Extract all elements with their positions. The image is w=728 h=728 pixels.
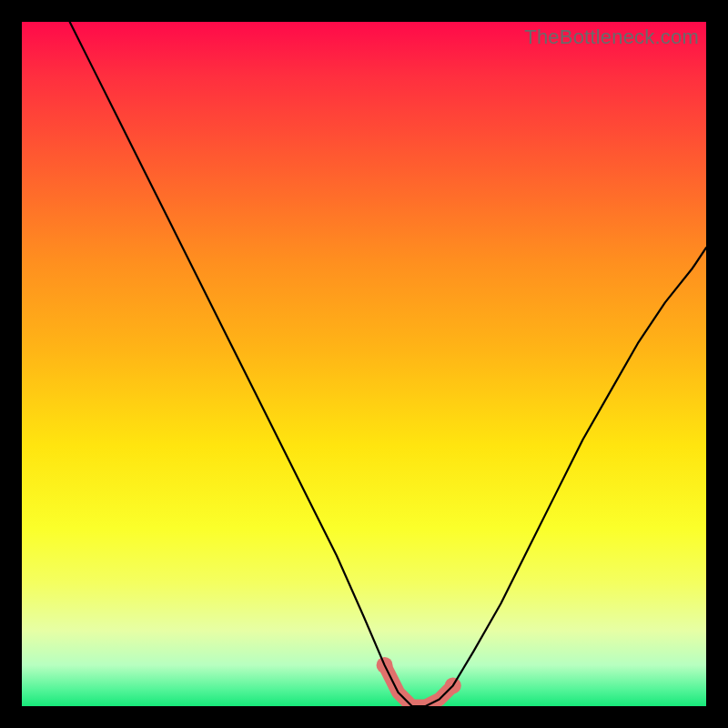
chart-frame: TheBottleneck.com	[0, 0, 728, 728]
plot-area: TheBottleneck.com	[22, 22, 706, 706]
curve-layer	[22, 22, 706, 706]
bottleneck-curve	[70, 22, 706, 706]
